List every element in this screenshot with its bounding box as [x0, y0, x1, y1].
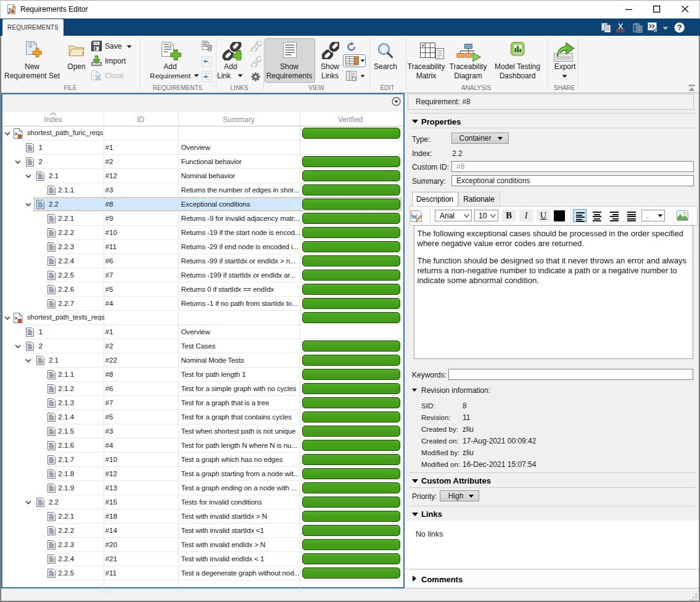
svg-text:?: ?: [677, 23, 682, 32]
